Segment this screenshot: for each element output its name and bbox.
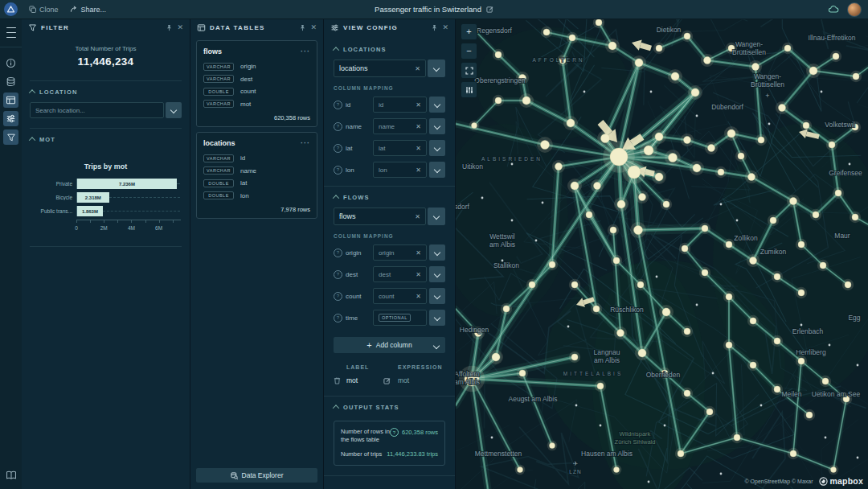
pin-icon[interactable] — [166, 24, 173, 31]
svg-text:✈: ✈ — [573, 460, 579, 467]
clone-button[interactable]: Clone — [29, 6, 59, 14]
question-icon[interactable]: ? — [334, 166, 342, 175]
fullscreen-button[interactable] — [461, 62, 477, 79]
search-location-input[interactable]: Search location... — [30, 102, 164, 118]
output-stats-section-header[interactable]: OUTPUT STATS — [334, 397, 445, 417]
flows-table-dropdown[interactable] — [428, 208, 445, 225]
mot-section-header[interactable]: MOT — [30, 129, 182, 150]
row-count: 7,978 rows — [203, 206, 310, 213]
svg-text:am Albis: am Albis — [456, 378, 480, 386]
mapping-dropdown[interactable] — [429, 266, 445, 282]
clear-icon[interactable]: ✕ — [416, 249, 421, 257]
clear-icon[interactable]: ✕ — [415, 213, 420, 220]
question-icon[interactable]: ? — [334, 122, 342, 131]
close-icon[interactable]: ✕ — [310, 24, 317, 31]
share-button[interactable]: Share... — [70, 6, 107, 14]
cloud-sync-icon[interactable] — [828, 5, 839, 14]
view-config-rail-icon[interactable] — [3, 111, 18, 126]
mapping-field[interactable]: lat✕ — [373, 140, 427, 156]
clear-icon[interactable]: ✕ — [416, 145, 421, 152]
info-icon[interactable] — [3, 55, 18, 71]
data-explorer-icon — [231, 472, 238, 479]
clear-icon[interactable]: ✕ — [416, 101, 421, 109]
question-icon[interactable]: ? — [334, 249, 342, 257]
app-logo-icon[interactable] — [4, 2, 18, 16]
pin-icon[interactable] — [431, 24, 438, 31]
mapping-dropdown[interactable] — [429, 97, 445, 113]
question-icon[interactable]: ? — [334, 144, 342, 153]
menu-button[interactable] — [3, 25, 18, 40]
mapping-field[interactable]: origin✕ — [373, 244, 427, 261]
map-canvas[interactable]: AFFOLTERNALBISRIEDENMITTELALBISRegensdor… — [456, 19, 868, 489]
edit-icon[interactable] — [383, 377, 398, 384]
svg-text:Wangen-: Wangen- — [754, 72, 781, 80]
mapping-field-time[interactable]: OPTIONAL — [373, 310, 427, 326]
question-icon[interactable]: ? — [334, 292, 342, 301]
table-menu-button[interactable]: ··· — [301, 47, 310, 55]
data-explorer-button[interactable]: Data Explorer — [196, 468, 317, 483]
view-config-panel: VIEW CONFIG ✕ LOCATIONS locations ✕ COLU… — [324, 19, 456, 489]
mot-bar-row[interactable]: Public trans...1.863M — [30, 206, 182, 216]
filter-panel-title: FILTER — [41, 24, 69, 31]
filter-rail-icon[interactable] — [3, 129, 18, 145]
table-icon — [197, 23, 206, 32]
map-filter-button[interactable] — [461, 81, 477, 98]
question-icon[interactable]: ? — [334, 314, 342, 323]
user-avatar[interactable] — [847, 2, 862, 17]
map-attribution[interactable]: © OpenStreetMap © Maxar — [745, 479, 813, 484]
question-icon[interactable]: ? — [334, 101, 342, 109]
edit-title-icon[interactable] — [486, 6, 493, 13]
svg-text:ALBISRIEDEN: ALBISRIEDEN — [481, 156, 542, 162]
mapping-dropdown[interactable] — [429, 162, 445, 178]
mapping-row-origin: ?origin origin✕ — [334, 244, 445, 261]
locations-table-field[interactable]: locations ✕ — [334, 60, 426, 77]
mapping-field[interactable]: count✕ — [373, 288, 427, 304]
svg-text:Rüschlikon: Rüschlikon — [610, 306, 644, 314]
flow-map[interactable]: AFFOLTERNALBISRIEDENMITTELALBISRegensdor… — [456, 19, 868, 489]
mapping-dropdown[interactable] — [429, 244, 445, 261]
docs-book-icon[interactable] — [3, 467, 18, 483]
trash-icon[interactable] — [334, 376, 346, 384]
clear-icon[interactable]: ✕ — [416, 293, 421, 300]
mapping-field[interactable]: lon✕ — [373, 162, 427, 178]
clear-icon[interactable]: ✕ — [415, 65, 420, 72]
flows-table-field[interactable]: flows ✕ — [334, 208, 426, 225]
svg-text:Aeugst am Albis: Aeugst am Albis — [509, 395, 558, 403]
data-tables-rail-icon[interactable] — [3, 92, 18, 108]
location-section-header[interactable]: LOCATION — [30, 81, 182, 102]
locations-section-header[interactable]: LOCATIONS — [334, 39, 445, 60]
close-icon[interactable]: ✕ — [177, 24, 183, 31]
mapping-field[interactable]: name✕ — [373, 118, 427, 134]
mapping-dropdown[interactable] — [429, 310, 445, 326]
mot-bar-row[interactable]: Private7.236M — [30, 179, 182, 189]
clear-icon[interactable]: ✕ — [416, 123, 421, 130]
mapping-dropdown[interactable] — [429, 140, 445, 156]
table-menu-button[interactable]: ··· — [301, 139, 310, 147]
locations-table-dropdown[interactable] — [428, 60, 445, 77]
pin-icon[interactable] — [299, 24, 306, 31]
mapping-dropdown[interactable] — [429, 118, 445, 134]
zoom-out-button[interactable]: − — [461, 43, 477, 60]
data-catalog-icon[interactable] — [3, 74, 18, 89]
mapping-field[interactable]: dest✕ — [373, 266, 427, 282]
question-icon[interactable]: ? — [334, 270, 342, 279]
mapbox-logo[interactable]: mapbox — [819, 476, 863, 486]
type-badge: VARCHAR — [203, 166, 234, 175]
info-circle-icon[interactable]: ? — [390, 428, 399, 437]
type-badge: VARCHAR — [203, 75, 234, 83]
mapping-dropdown[interactable] — [429, 288, 445, 304]
type-badge: DOUBLE — [203, 88, 234, 96]
svg-text:Wettswil: Wettswil — [489, 232, 515, 240]
svg-text:Erlenbach: Erlenbach — [792, 327, 824, 335]
plus-icon: + — [366, 340, 371, 350]
clear-icon[interactable]: ✕ — [416, 166, 421, 174]
location-dropdown-button[interactable] — [166, 102, 182, 118]
svg-text:Maur: Maur — [834, 232, 850, 240]
clear-icon[interactable]: ✕ — [416, 271, 421, 278]
mot-bar-row[interactable]: Bicycle2.318M — [30, 192, 182, 203]
close-icon[interactable]: ✕ — [442, 24, 448, 31]
flows-section-header[interactable]: FLOWS — [334, 187, 445, 208]
zoom-in-button[interactable]: + — [461, 23, 477, 40]
add-column-button[interactable]: + Add column — [334, 337, 445, 353]
mapping-field[interactable]: id✕ — [373, 97, 427, 113]
